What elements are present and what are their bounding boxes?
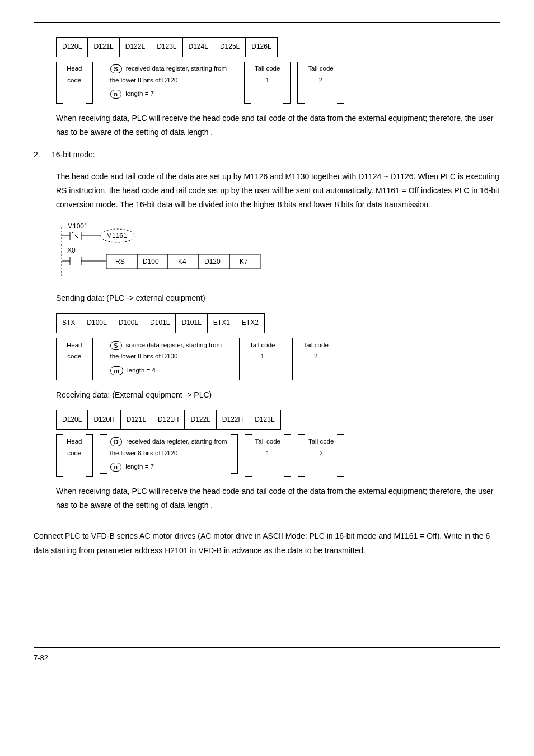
- mode16-title: 16-bit mode:: [51, 150, 95, 159]
- n-icon: n: [110, 90, 121, 99]
- diag3-cell: D121H: [152, 410, 185, 430]
- diag2-tail1: Tail code 1: [246, 338, 278, 377]
- diag3-cell: D121L: [120, 410, 152, 430]
- diag1-cell: D124L: [182, 38, 214, 57]
- ladder-cell-4: K7: [240, 258, 248, 265]
- para1: When receiving data, PLC will receive th…: [56, 111, 500, 139]
- send-label: Sending data: (PLC -> external equipment…: [56, 291, 500, 305]
- ladder-cell-1: D100: [143, 258, 159, 265]
- m1161-label: M1161: [106, 232, 127, 240]
- diag2-cell: ETX2: [236, 314, 264, 333]
- diag1-cell: D125L: [214, 38, 245, 57]
- item-2: 2. 16-bit mode:: [34, 148, 500, 162]
- diag1-tail2: Tail code 2: [305, 62, 336, 101]
- footer-rule: [34, 647, 500, 648]
- para3: When receiving data, PLC will receive th…: [56, 484, 500, 512]
- diag3-cell: D122H: [216, 410, 249, 430]
- diag1-cell: D122L: [119, 38, 151, 57]
- n-icon: n: [110, 463, 121, 472]
- diag2-cell: D100L: [81, 314, 113, 333]
- diag1-cell: D120L: [57, 38, 88, 57]
- diag3-d-text: received data register, starting from th…: [110, 438, 227, 456]
- diag3-cell: D120L: [57, 410, 88, 430]
- diag1-n-text: length = 7: [125, 90, 154, 97]
- x0-label: X0: [67, 246, 76, 254]
- diag1-table: D120L D121L D122L D123L D124L D125L D126…: [56, 37, 278, 57]
- diag1-cell: D121L: [88, 38, 119, 57]
- s-icon: S: [110, 64, 122, 73]
- diag2-cell: STX: [57, 314, 81, 333]
- diag1-head: Head code: [63, 62, 86, 101]
- diag3-desc: Head code D received data register, star…: [56, 434, 500, 477]
- diag3-tail2: Tail code 2: [305, 435, 337, 474]
- diag1-desc: Head code S received data register, star…: [56, 62, 500, 104]
- diag3-cell: D122L: [185, 410, 216, 430]
- diag2-s-text: source data register, starting from the …: [110, 342, 222, 360]
- diag2-desc: Head code S source data register, starti…: [56, 338, 500, 380]
- m1001-label: M1001: [67, 222, 88, 230]
- diag1-s-text: received data register, starting from th…: [110, 65, 227, 83]
- m-icon: m: [110, 366, 123, 375]
- s-icon: S: [110, 341, 122, 350]
- ladder-diagram: text{font-family:Arial;font-size:12px;} …: [56, 222, 500, 283]
- diag1-cell: D123L: [151, 38, 182, 57]
- d-icon: D: [110, 437, 123, 446]
- recv-label: Receiving data: (External equipment -> P…: [56, 388, 500, 402]
- diag3-cell: D123L: [249, 410, 280, 430]
- diag1-cell: D126L: [246, 38, 277, 57]
- diag2-cell: ETX1: [207, 314, 236, 333]
- diag2-cell: D101L: [144, 314, 176, 333]
- diag2-cell: D101L: [176, 314, 207, 333]
- num2: 2.: [34, 148, 49, 162]
- ladder-cell-2: K4: [178, 258, 186, 265]
- page-number: 7-82: [34, 651, 500, 664]
- diag3-tail1: Tail code 1: [252, 435, 284, 474]
- diag2-head: Head code: [63, 338, 86, 377]
- ladder-cell-3: D120: [204, 258, 221, 265]
- diag2-table: STX D100L D100L D101L D101L ETX1 ETX2: [56, 313, 265, 333]
- diag3-n-text: length = 7: [125, 463, 154, 470]
- footer: 7-82: [34, 647, 500, 664]
- ladder-cells: RS D100 K4 D120 K7: [106, 254, 260, 269]
- svg-line-4: [72, 232, 79, 240]
- diag2-tail2: Tail code 2: [299, 338, 331, 377]
- diag1-tail1: Tail code 1: [251, 62, 283, 101]
- diag2-m-text: length = 4: [127, 367, 156, 374]
- top-rule: [34, 22, 500, 23]
- para2: The head code and tail code of the data …: [56, 170, 500, 212]
- diag3-cell: D120H: [88, 410, 120, 430]
- para4: Connect PLC to VFD-B series AC motor dri…: [34, 529, 500, 557]
- ladder-cell-0: RS: [115, 258, 125, 265]
- diag3-head: Head code: [63, 435, 86, 474]
- diag3-table: D120L D120H D121L D121H D122L D122H D123…: [56, 410, 281, 430]
- diag2-cell: D100L: [113, 314, 144, 333]
